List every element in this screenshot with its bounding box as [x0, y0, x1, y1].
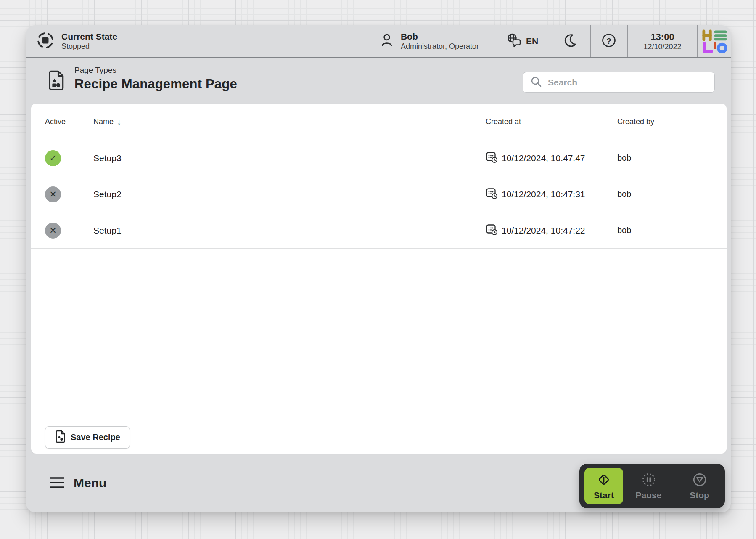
- bottom-bar: Menu Start: [26, 454, 731, 512]
- calendar-clock-icon: [486, 223, 498, 238]
- machine-status: Current State Stopped: [26, 31, 379, 51]
- user-menu[interactable]: Bob Administrator, Operator: [379, 31, 492, 51]
- search-box[interactable]: [523, 72, 715, 93]
- hamburger-icon: [48, 476, 65, 490]
- pause-icon: [641, 472, 657, 489]
- cross-icon: ✕: [49, 189, 57, 199]
- start-icon: [596, 472, 612, 489]
- date-value: 12/10/2022: [643, 42, 681, 51]
- helio-logo-icon: [701, 29, 728, 53]
- save-recipe-button[interactable]: Save Recipe: [45, 426, 130, 449]
- language-icon: [506, 32, 522, 50]
- machine-controls-panel: Start Pause: [579, 464, 725, 508]
- cross-icon: ✕: [49, 226, 57, 236]
- recipe-name: Setup2: [93, 189, 486, 199]
- user-name: Bob: [401, 31, 479, 42]
- column-header-created-by: Created by: [617, 117, 727, 126]
- user-roles: Administrator, Operator: [401, 42, 479, 51]
- menu-label: Menu: [74, 476, 106, 490]
- table-row[interactable]: ✕ Setup2 10/12/2024, 10:47:31 bob: [31, 176, 727, 212]
- language-code: EN: [526, 36, 538, 46]
- sort-descending-icon: ↓: [117, 117, 121, 127]
- breadcrumb: Page Types: [74, 66, 237, 75]
- column-header-name[interactable]: Name ↓: [93, 117, 486, 127]
- created-at-value: 10/12/2024, 10:47:22: [502, 226, 585, 236]
- moon-icon: [563, 32, 579, 50]
- column-header-active: Active: [31, 117, 93, 126]
- recipe-name: Setup3: [93, 153, 486, 163]
- table-row[interactable]: ✕ Setup1 10/12/2024, 10:47:22 bob: [31, 212, 727, 249]
- start-label: Start: [594, 490, 614, 500]
- svg-text:?: ?: [606, 37, 611, 45]
- page-title: Recipe Management Page: [74, 77, 237, 92]
- active-toggle-off[interactable]: ✕: [45, 186, 61, 202]
- stop-button[interactable]: Stop: [674, 472, 725, 500]
- check-icon: ✓: [49, 153, 57, 163]
- clock-display: 13:00 12/10/2022: [628, 32, 697, 51]
- created-at-value: 10/12/2024, 10:47:47: [502, 153, 585, 163]
- user-icon: [379, 32, 395, 50]
- calendar-clock-icon: [486, 187, 498, 202]
- created-at-value: 10/12/2024, 10:47:31: [502, 189, 585, 199]
- created-by-value: bob: [617, 153, 727, 163]
- column-header-created-at: Created at: [486, 117, 617, 126]
- stop-label: Stop: [690, 490, 709, 500]
- save-recipe-label: Save Recipe: [71, 433, 120, 442]
- recipe-page-icon: [47, 70, 65, 93]
- created-by-value: bob: [617, 189, 727, 199]
- recipe-table-panel: Active Name ↓ Created at Created by ✓ Se…: [31, 104, 727, 454]
- recipe-name: Setup1: [93, 226, 486, 236]
- status-label: Current State: [61, 31, 117, 42]
- search-input[interactable]: [548, 77, 708, 88]
- help-icon: ?: [601, 32, 617, 50]
- created-by-value: bob: [617, 226, 727, 235]
- stop-state-icon: [36, 31, 55, 51]
- top-bar: Current State Stopped Bob Administrator,…: [26, 25, 731, 58]
- pause-label: Pause: [636, 490, 662, 500]
- language-selector[interactable]: EN: [492, 32, 552, 50]
- help-button[interactable]: ?: [591, 32, 627, 50]
- dark-mode-toggle[interactable]: [552, 32, 590, 50]
- active-toggle-on[interactable]: ✓: [45, 150, 61, 166]
- calendar-clock-icon: [486, 151, 498, 165]
- save-recipe-icon: [55, 430, 66, 445]
- time-value: 13:00: [650, 32, 674, 42]
- search-icon: [530, 75, 542, 90]
- menu-button[interactable]: Menu: [48, 476, 106, 490]
- stop-icon: [692, 472, 708, 489]
- active-toggle-off[interactable]: ✕: [45, 223, 61, 239]
- status-value: Stopped: [61, 42, 117, 51]
- table-row[interactable]: ✓ Setup3 10/12/2024, 10:47:47 bob: [31, 140, 727, 176]
- page-header: Page Types Recipe Management Page: [26, 59, 731, 104]
- helio-logo: [698, 29, 731, 53]
- table-header-row: Active Name ↓ Created at Created by: [31, 104, 727, 140]
- pause-button[interactable]: Pause: [623, 472, 674, 500]
- start-button[interactable]: Start: [584, 468, 623, 504]
- app-window: Current State Stopped Bob Administrator,…: [26, 25, 731, 512]
